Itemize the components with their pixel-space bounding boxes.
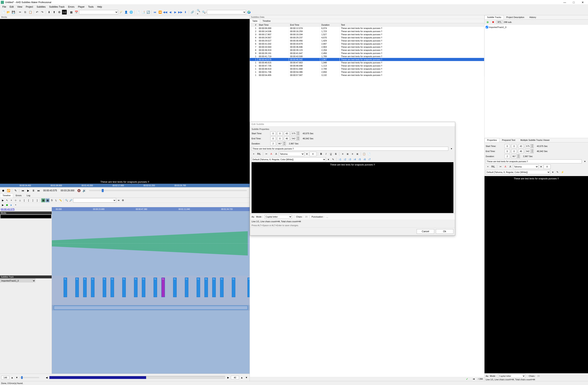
p-rtl[interactable]: RtL (491, 165, 496, 169)
tl-combo[interactable] (73, 198, 116, 202)
seek-back-icon[interactable]: ⏪ (158, 10, 162, 15)
marker-icon[interactable]: ⬇ (183, 10, 188, 15)
strike-icon[interactable]: S (334, 152, 338, 156)
p-mode-combo[interactable]: Capital letter (498, 374, 525, 378)
zoom-slider[interactable] (20, 377, 39, 378)
close-button[interactable]: ✕ (578, 0, 587, 4)
p-font-icon[interactable]: A (508, 165, 512, 169)
subtitle-block[interactable]: Th (154, 278, 157, 297)
subtitle-block[interactable]: Th (103, 278, 106, 297)
table-row[interactable]: 100:00:06.00000:00:12.0746,074These are … (250, 27, 484, 30)
tab-prepared[interactable]: Prepared Text (499, 138, 518, 142)
table-row[interactable]: 100:00:54.45500:00:57.5873,132These are … (250, 74, 484, 77)
zoom-fit-icon[interactable]: 🔍 (64, 198, 68, 202)
bracket-e-icon[interactable]: ] (35, 198, 39, 202)
dur-s[interactable] (270, 142, 276, 146)
p-size[interactable] (544, 165, 551, 169)
goto-icon[interactable]: ➜ (117, 198, 121, 202)
rzoom-up-icon[interactable]: ▲ (240, 376, 244, 380)
color-icon[interactable]: A (269, 152, 273, 156)
zoom-value[interactable] (1, 376, 9, 379)
p-plus-icon[interactable]: + (486, 165, 490, 169)
start-spinner[interactable]: ▲▼ (297, 131, 299, 135)
p-end-input[interactable]: : : . ▲▼ (504, 149, 534, 153)
tab-project-desc[interactable]: Project Description (504, 15, 527, 19)
tab-errors[interactable]: Errors (13, 193, 24, 198)
overview-strip[interactable] (52, 305, 250, 310)
link-icon[interactable]: 🔗 (190, 10, 195, 15)
zoom-in-icon[interactable]: 🔍+ (197, 10, 202, 15)
grid2-icon[interactable]: ▦ (45, 198, 49, 202)
plus-icon[interactable]: + (252, 152, 256, 156)
subtitle-block[interactable]: Th (91, 278, 94, 297)
case-icon[interactable]: Aa (252, 215, 254, 218)
user-icon[interactable]: 👤 (124, 10, 128, 15)
table-row[interactable]: 200:00:14.53600:00:16.2591,723These are … (250, 30, 484, 33)
table-row[interactable]: 900:00:39.19100:00:41.6472,456These are … (250, 52, 484, 55)
minimize-button[interactable]: — (560, 0, 569, 4)
play-icon[interactable]: ▶ (26, 188, 31, 193)
settings-icon[interactable]: ⚙ (57, 10, 62, 15)
align-just-icon[interactable]: ≣ (355, 152, 359, 156)
seek-start-icon[interactable]: ⏮ (153, 10, 157, 15)
maximize-button[interactable]: □ (569, 0, 578, 4)
pe-m[interactable] (511, 149, 517, 153)
subtitle-block[interactable]: Th (161, 278, 165, 297)
ruler-icon[interactable]: 📏 (59, 198, 63, 202)
pe-ms[interactable] (525, 149, 530, 153)
zoom-out-icon[interactable]: 🔍- (202, 10, 207, 15)
tab-table[interactable]: Table (250, 19, 260, 23)
p6-icon[interactable]: ↕6 (362, 157, 367, 162)
save-icon[interactable]: 💾 (11, 10, 16, 15)
table-row[interactable]: 100:00:41.71900:00:43.5081,789These are … (250, 55, 484, 58)
menu-player[interactable]: Player (77, 5, 86, 9)
end-s[interactable] (284, 137, 290, 140)
world-icon[interactable]: 🌍 (247, 10, 251, 15)
p-color-icon[interactable]: A (503, 165, 508, 169)
p5-icon[interactable]: ↕5 (357, 157, 362, 162)
subtitle-block[interactable]: Th (173, 278, 177, 297)
track-checkbox[interactable] (486, 26, 488, 28)
l-btn[interactable]: L (54, 198, 58, 202)
tab-properties[interactable]: Properties (484, 138, 499, 142)
end-m[interactable] (277, 137, 283, 140)
track-selector[interactable]: ImportedTrack1_0 (0, 279, 36, 283)
doc-icon[interactable]: 📄 (136, 10, 140, 15)
open-icon[interactable]: 📂 (6, 10, 11, 15)
dot-icon[interactable]: • (14, 203, 18, 207)
paste-style-icon[interactable]: 📄 (367, 152, 371, 156)
table-row[interactable]: 600:00:31.03200:00:33.8792,847These are … (250, 42, 484, 45)
scroll-left-icon[interactable]: ◀ (45, 376, 48, 380)
align-right-icon[interactable]: ≡ (350, 152, 355, 156)
cut2-icon[interactable]: ✂ (264, 152, 269, 156)
p-dur-input[interactable]: . ▲▼ (504, 154, 520, 158)
timeline-wave-area[interactable]: 00.00000:00:23.68000:00:47.36000:01:11.0… (52, 207, 250, 374)
p7-icon[interactable]: ↕7 (367, 157, 372, 162)
pe-spinner[interactable]: ▲▼ (531, 149, 534, 153)
combo-2[interactable] (207, 10, 246, 14)
align-center-icon[interactable]: ≣ (345, 152, 350, 156)
loop-icon[interactable]: 🔁 (6, 188, 11, 193)
table-row[interactable]: 100:00:48.91900:00:51.6682,749These are … (250, 67, 484, 70)
play-tl-icon[interactable]: ▶ (1, 198, 5, 202)
font-dd-icon[interactable]: ▾ (305, 152, 309, 156)
menu-project[interactable]: Project (24, 5, 35, 9)
mode-combo[interactable]: Capital letter (265, 215, 292, 219)
font-icon[interactable]: A (274, 152, 278, 156)
p-dd-icon[interactable]: ▾ (583, 159, 587, 163)
edit-icon[interactable]: ✎ (13, 188, 18, 193)
mute-icon[interactable]: 🔇 (77, 188, 81, 193)
scroll-right-icon[interactable]: ▶ (226, 376, 230, 380)
dur-input[interactable]: . ▲▼ (270, 142, 286, 146)
zoom-down-icon[interactable]: ▼ (15, 376, 19, 380)
col-dur-header[interactable]: Duration (320, 23, 340, 26)
dur-spinner[interactable]: ▲▼ (283, 142, 286, 146)
dur-ms[interactable] (277, 142, 283, 146)
ps-spinner[interactable]: ▲▼ (531, 144, 534, 148)
seek-slider[interactable] (89, 190, 247, 191)
pd-s[interactable] (504, 154, 510, 158)
pd-spinner[interactable]: ▲▼ (517, 154, 520, 158)
p-start-input[interactable]: : : . ▲▼ (504, 144, 534, 148)
tab-timeline[interactable]: Timeline (0, 193, 13, 198)
menu-view[interactable]: View (16, 5, 24, 9)
